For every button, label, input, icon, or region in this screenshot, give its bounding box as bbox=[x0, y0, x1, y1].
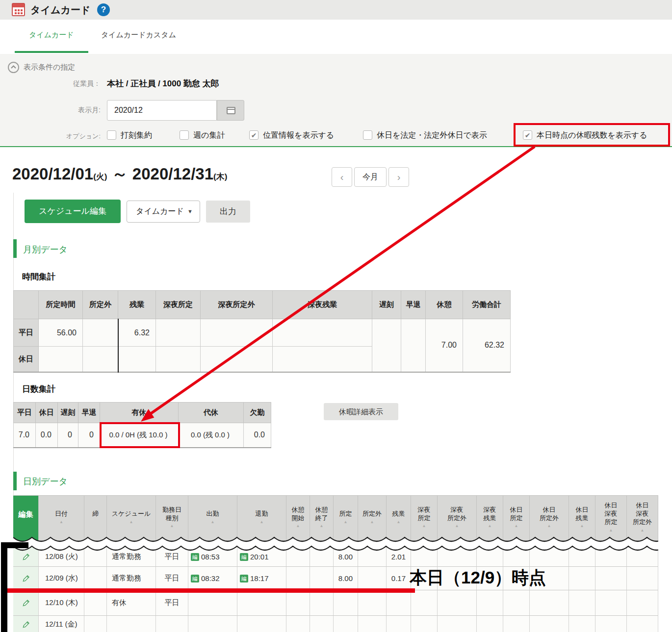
daily-col-header[interactable]: 退勤▲ bbox=[237, 495, 286, 547]
daily-col-header[interactable]: 休日 所定▲ bbox=[503, 495, 530, 547]
daily-col-header: 締 bbox=[84, 495, 107, 547]
day-summary-cell: 0 bbox=[58, 423, 78, 448]
schedule-cell bbox=[107, 616, 156, 632]
time-summary-col-header: 深夜所定 bbox=[156, 291, 201, 319]
checkbox-icon[interactable] bbox=[363, 130, 372, 140]
clock-in-cell bbox=[188, 616, 237, 632]
view-select[interactable]: タイムカード ▼ bbox=[127, 201, 200, 223]
day-summary-cell: 0.0 bbox=[244, 423, 271, 448]
help-icon[interactable]: ? bbox=[97, 3, 110, 16]
monthly-section-title: 月別データ bbox=[23, 244, 68, 255]
time-summary-table: 所定時間所定外残業深夜所定深夜所定外深夜残業遅刻早退休憩労働合計平日56.006… bbox=[13, 290, 511, 373]
cell bbox=[503, 616, 530, 632]
time-summary-cell: 56.00 bbox=[39, 319, 83, 347]
daily-col-header[interactable]: 休憩 開始▲ bbox=[286, 495, 310, 547]
month-calendar-button[interactable] bbox=[217, 100, 244, 121]
checkbox-icon[interactable] bbox=[107, 130, 116, 140]
edit-pencil-icon[interactable] bbox=[13, 567, 39, 590]
time-summary-title: 時間集計 bbox=[22, 271, 55, 282]
cell bbox=[411, 547, 438, 567]
daily-col-header[interactable]: 日付▲ bbox=[39, 495, 84, 547]
sort-arrow-icon: ▲ bbox=[296, 524, 300, 528]
daily-col-header[interactable]: 休日 深夜 所定▲ bbox=[595, 495, 627, 547]
edit-pencil-icon[interactable] bbox=[13, 616, 39, 632]
option-label: 位置情報を表示する bbox=[263, 130, 334, 141]
sort-arrow-icon: ▲ bbox=[344, 520, 348, 524]
clock-out-cell: 編18:17 bbox=[237, 567, 286, 590]
date-cell: 12/11 (金) bbox=[39, 616, 84, 632]
daily-col-header[interactable]: 休日 残業▲ bbox=[569, 495, 595, 547]
col-header-label: 休憩 開始 bbox=[292, 506, 305, 523]
checkbox-checked-icon[interactable]: ✔ bbox=[249, 130, 258, 140]
edit-pencil-icon[interactable] bbox=[13, 547, 39, 567]
daily-section-title: 日別データ bbox=[23, 476, 68, 487]
daily-col-header[interactable]: 休憩 終了▲ bbox=[310, 495, 334, 547]
col-header-label: 退勤 bbox=[256, 510, 268, 518]
daily-col-header[interactable]: 勤務日 種別▲ bbox=[156, 495, 188, 547]
monthly-section-bar bbox=[13, 239, 17, 258]
daily-col-header[interactable]: 深夜 残業▲ bbox=[477, 495, 503, 547]
schedule-edit-button[interactable]: スケジュール編集 bbox=[25, 200, 121, 223]
tab-timecard-custom[interactable]: タイムカードカスタム bbox=[93, 30, 184, 45]
time-value: 08:53 bbox=[201, 553, 220, 561]
time-summary-col-header: 深夜残業 bbox=[273, 291, 372, 319]
time-summary-cell bbox=[273, 319, 372, 347]
daily-col-header[interactable]: 残業▲ bbox=[387, 495, 411, 547]
checkbox-icon[interactable] bbox=[180, 130, 189, 140]
sort-arrow-icon: ▲ bbox=[515, 524, 518, 528]
time-summary-col-header: 休憩 bbox=[426, 291, 463, 319]
schedule-cell: 通常勤務 bbox=[107, 567, 156, 590]
leave-detail-button[interactable]: 休暇詳細表示 bbox=[324, 403, 398, 420]
daily-col-header[interactable]: スケジュール▲ bbox=[107, 495, 156, 547]
daily-col-header[interactable]: 所定外▲ bbox=[358, 495, 387, 547]
prev-month-button[interactable]: ‹ bbox=[332, 167, 352, 187]
cell bbox=[477, 616, 503, 632]
cell bbox=[627, 616, 658, 632]
time-summary-col-header: 労働合計 bbox=[463, 291, 511, 319]
export-button[interactable]: 出力 bbox=[206, 201, 250, 223]
scheduled-hours-cell: 8.00 bbox=[334, 567, 358, 590]
edit-pencil-icon[interactable] bbox=[13, 590, 39, 616]
cell bbox=[411, 567, 438, 590]
clock-in-cell bbox=[188, 590, 237, 616]
current-month-button[interactable]: 今月 bbox=[354, 167, 387, 187]
col-header-label: 締 bbox=[92, 510, 99, 518]
option-label: 週の集計 bbox=[193, 130, 225, 141]
daily-col-header[interactable]: 所定▲ bbox=[334, 495, 358, 547]
conditions-title: 表示条件の指定 bbox=[24, 63, 75, 72]
cell bbox=[627, 547, 658, 567]
daily-col-header[interactable]: 休日 深夜 所定外▲ bbox=[627, 495, 658, 547]
break-start-cell bbox=[286, 547, 310, 567]
tab-timecard[interactable]: タイムカード bbox=[15, 30, 88, 45]
overtime-cell: 2.01 bbox=[387, 547, 411, 567]
checkbox-checked-icon[interactable]: ✔ bbox=[523, 130, 532, 140]
scheduled-hours-cell bbox=[334, 590, 358, 616]
col-header-label: 勤務日 種別 bbox=[162, 506, 181, 523]
clock-in-cell: 編08:53 bbox=[188, 547, 237, 567]
cell bbox=[569, 590, 595, 616]
break-end-cell bbox=[310, 590, 334, 616]
sort-arrow-icon: ▲ bbox=[547, 524, 551, 528]
cell bbox=[477, 547, 503, 567]
timecard-calendar-icon bbox=[12, 3, 25, 16]
overtime-cell: 0.17 bbox=[387, 567, 411, 590]
edited-badge: 編 bbox=[191, 575, 199, 582]
cell bbox=[411, 590, 438, 616]
cell bbox=[503, 567, 530, 590]
daily-col-header[interactable]: 出勤▲ bbox=[188, 495, 237, 547]
daily-col-header[interactable]: 深夜 所定▲ bbox=[411, 495, 438, 547]
sort-arrow-icon: ▲ bbox=[170, 524, 174, 528]
day-summary-col-header: 遅刻 bbox=[58, 403, 78, 423]
day-summary-col-header: 休日 bbox=[36, 403, 58, 423]
next-month-button[interactable]: › bbox=[388, 167, 409, 187]
collapse-chevron-icon[interactable] bbox=[8, 62, 19, 73]
clock-out-cell bbox=[237, 590, 286, 616]
daily-col-header[interactable]: 深夜 所定外▲ bbox=[438, 495, 477, 547]
cell bbox=[627, 590, 658, 616]
date-cell: 12/09 (水) bbox=[39, 567, 84, 590]
overtime-cell bbox=[387, 590, 411, 616]
daily-col-header[interactable]: 休日 所定外▲ bbox=[530, 495, 569, 547]
time-summary-col-header: 遅刻 bbox=[372, 291, 401, 319]
month-input[interactable] bbox=[107, 100, 217, 121]
chevron-down-icon: ▼ bbox=[187, 208, 193, 214]
